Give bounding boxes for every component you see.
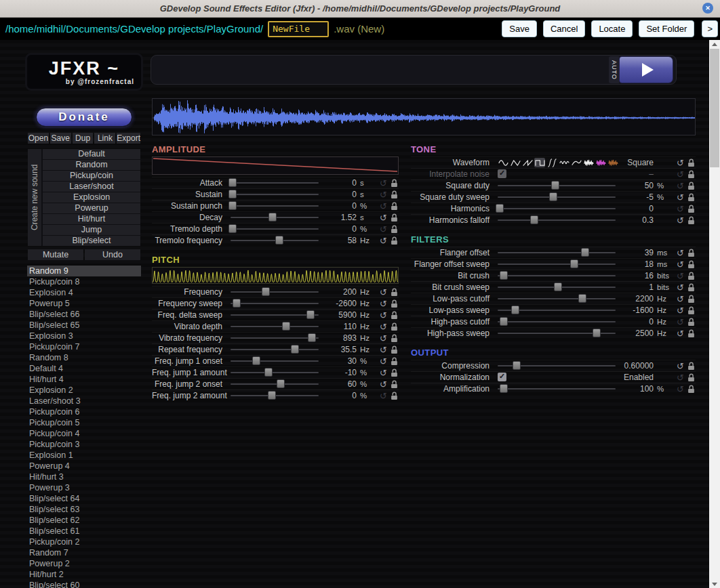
slider-track[interactable] — [231, 217, 319, 218]
preset-jump-button[interactable]: Jump — [43, 225, 140, 235]
reset-icon[interactable]: ↺ — [378, 379, 389, 390]
slider-track[interactable] — [498, 321, 616, 322]
reset-icon[interactable]: ↺ — [675, 158, 686, 168]
slider-track[interactable] — [231, 182, 319, 184]
unlock-icon[interactable] — [389, 311, 399, 320]
save-button[interactable]: Save — [502, 20, 537, 37]
reset-icon[interactable]: ↺ — [675, 192, 686, 203]
slider-track[interactable] — [231, 360, 319, 362]
slider-track[interactable] — [231, 240, 319, 241]
unlock-icon[interactable] — [389, 322, 399, 331]
fileop-save-button[interactable]: Save — [50, 133, 71, 144]
list-item[interactable]: Blip/select 64 — [27, 493, 141, 504]
reset-icon[interactable]: ↺ — [675, 361, 686, 371]
list-item[interactable]: Pickup/coin 5 — [27, 417, 141, 428]
slider-track[interactable] — [498, 185, 616, 186]
unlock-icon[interactable] — [686, 306, 696, 315]
slider-track[interactable] — [498, 310, 616, 311]
reset-icon[interactable]: ↺ — [378, 391, 389, 401]
list-item[interactable]: Explosion 1 — [27, 450, 141, 461]
unlock-icon[interactable] — [389, 380, 399, 389]
list-item[interactable]: Random 9 — [27, 266, 141, 276]
reset-icon[interactable]: ↺ — [378, 333, 389, 343]
list-item[interactable]: Powerup 2 — [27, 558, 141, 569]
slider-handle[interactable] — [264, 368, 273, 377]
preset-hit-hurt-button[interactable]: Hit/hurt — [43, 214, 140, 224]
slider-track[interactable] — [498, 208, 616, 209]
list-item[interactable]: Hit/hurt 3 — [27, 471, 141, 482]
list-item[interactable]: Powerup 4 — [27, 461, 141, 471]
slider-track[interactable] — [231, 194, 319, 195]
list-item[interactable]: Pickup/coin 6 — [27, 406, 141, 417]
waveform-square-icon[interactable] — [534, 158, 545, 167]
cancel-button[interactable]: Cancel — [543, 20, 585, 37]
unlock-icon[interactable] — [686, 170, 696, 179]
list-item[interactable]: Blip/select 66 — [27, 309, 141, 320]
unlock-icon[interactable] — [686, 193, 696, 202]
slider-handle[interactable] — [496, 204, 504, 213]
reset-icon[interactable]: ↺ — [378, 213, 389, 223]
unlock-icon[interactable] — [686, 216, 696, 225]
slider-track[interactable] — [231, 326, 319, 327]
unlock-icon[interactable] — [686, 385, 696, 394]
reset-icon[interactable]: ↺ — [378, 236, 389, 246]
unlock-icon[interactable] — [389, 202, 399, 211]
slider-track[interactable] — [231, 303, 319, 304]
preset-laser-shoot-button[interactable]: Laser/shoot — [43, 182, 140, 192]
reset-icon[interactable]: ↺ — [675, 259, 686, 270]
slider-handle[interactable] — [500, 271, 508, 280]
slider-track[interactable] — [498, 365, 616, 366]
unlock-icon[interactable] — [686, 318, 696, 327]
unlock-icon[interactable] — [686, 373, 696, 382]
list-item[interactable]: Default 4 — [27, 363, 141, 374]
slider-handle[interactable] — [593, 329, 601, 337]
close-icon[interactable] — [702, 3, 713, 14]
unlock-icon[interactable] — [389, 334, 399, 343]
slider-handle[interactable] — [308, 333, 316, 342]
list-item[interactable]: Powerup 5 — [27, 298, 141, 309]
slider-handle[interactable] — [500, 317, 508, 326]
reset-icon[interactable]: ↺ — [378, 299, 389, 309]
waveform-whistle-icon[interactable] — [559, 158, 569, 167]
unlock-icon[interactable] — [389, 345, 399, 354]
reset-icon[interactable]: ↺ — [378, 322, 389, 332]
list-item[interactable]: Random 7 — [27, 547, 141, 558]
waveform-white-noise-icon[interactable] — [583, 158, 594, 167]
preset-blip-select-button[interactable]: Blip/select — [43, 236, 140, 246]
slider-track[interactable] — [231, 314, 319, 316]
slider-track[interactable] — [498, 252, 616, 253]
reset-icon[interactable]: ↺ — [378, 178, 389, 188]
waveform-pink-noise-icon[interactable] — [595, 158, 606, 167]
unlock-icon[interactable] — [389, 190, 399, 199]
waveform-breaker-icon[interactable] — [571, 158, 582, 167]
slider-track[interactable] — [231, 383, 319, 385]
checkbox[interactable] — [498, 373, 506, 381]
vertical-scrollbar[interactable] — [709, 40, 720, 588]
reset-icon[interactable]: ↺ — [378, 368, 389, 378]
waveform-tangent-icon[interactable] — [546, 158, 557, 167]
unlock-icon[interactable] — [686, 272, 696, 280]
unlock-icon[interactable] — [389, 236, 399, 245]
list-item[interactable]: Hit/hurt 2 — [27, 569, 141, 580]
slider-handle[interactable] — [511, 306, 519, 314]
list-item[interactable]: Hit/hurt 4 — [27, 374, 141, 385]
list-item[interactable]: Pickup/coin 3 — [27, 439, 141, 450]
list-item[interactable]: Blip/select 60 — [27, 580, 141, 588]
slider-handle[interactable] — [262, 287, 270, 296]
slider-track[interactable] — [231, 372, 319, 373]
slider-track[interactable] — [498, 196, 616, 198]
slider-track[interactable] — [231, 395, 319, 396]
list-item[interactable]: Blip/select 62 — [27, 515, 141, 526]
preset-random-button[interactable]: Random — [43, 160, 140, 170]
preset-pickup-coin-button[interactable]: Pickup/coin — [43, 171, 140, 181]
slider-track[interactable] — [498, 219, 616, 221]
list-item[interactable]: Explosion 2 — [27, 385, 141, 396]
reset-icon[interactable]: ↺ — [675, 373, 686, 383]
reset-icon[interactable]: ↺ — [378, 190, 389, 200]
more-button[interactable]: > — [702, 20, 718, 37]
unlock-icon[interactable] — [389, 369, 399, 377]
slider-track[interactable] — [498, 298, 616, 299]
fileop-open-button[interactable]: Open — [28, 133, 49, 144]
slider-handle[interactable] — [228, 201, 237, 210]
slider-handle[interactable] — [570, 259, 578, 268]
